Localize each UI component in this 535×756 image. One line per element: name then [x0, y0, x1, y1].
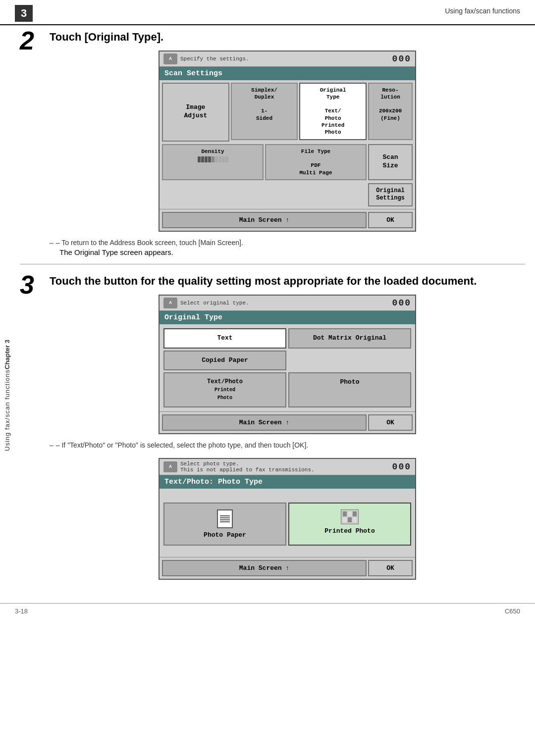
ok-btn[interactable]: OK: [368, 212, 413, 228]
photo-paper-label: Photo Paper: [204, 531, 246, 539]
original-settings-btn[interactable]: OriginalSettings: [368, 183, 413, 206]
step-2-section: 2 Touch [Original Type]. A Specify the s…: [20, 30, 525, 264]
step-2-note1: –– To return to the Address Book screen,…: [50, 238, 525, 248]
photo-main-screen-btn[interactable]: Main Screen ↑: [162, 560, 367, 576]
scan-grid-row2: Density File TypeP: [160, 144, 415, 182]
file-type-btn[interactable]: File TypePDFMulti Page: [265, 144, 367, 180]
step-2-note2: The Original Type screen appears.: [59, 248, 525, 256]
original-type-panel: A Select original type. 000 Original Typ…: [159, 295, 416, 435]
orig-main-screen-btn[interactable]: Main Screen ↑: [162, 414, 367, 431]
photo-type-buttons: Photo Paper Pri: [160, 489, 415, 557]
footer-left: 3-18: [15, 607, 28, 615]
orig-ok-btn[interactable]: OK: [368, 414, 413, 431]
orig-logo: A: [163, 298, 177, 308]
photo-title-bar: Text/Photo: Photo Type: [160, 475, 415, 489]
orig-title-bar: Original Type: [160, 311, 415, 324]
step-3-content: Touch the button for the quality setting…: [50, 274, 525, 586]
section-label: Using fax/scan functions: [3, 369, 11, 451]
page-number: 3: [15, 5, 33, 22]
step-2-title: Touch [Original Type].: [50, 30, 525, 45]
photo-paper-btn[interactable]: Photo Paper: [163, 503, 286, 546]
step-2-number: 2: [20, 28, 50, 256]
step-3-title: Touch the button for the quality setting…: [50, 274, 525, 289]
printed-photo-label: Printed Photo: [324, 527, 374, 535]
printed-photo-icon: [341, 509, 359, 524]
main-content: 2 Touch [Original Type]. A Specify the s…: [20, 25, 525, 593]
scan-panel-header: A Specify the settings. 000: [160, 51, 415, 67]
image-adjust-btn[interactable]: ImageAdjust: [162, 83, 229, 142]
resolution-btn[interactable]: Reso-lution200x200(Fine): [368, 83, 413, 140]
text-photo-btn[interactable]: Text/PhotoPrintedPhoto: [163, 372, 286, 407]
dot-matrix-btn[interactable]: Dot Matrix Original: [288, 328, 411, 349]
step-2-content: Touch [Original Type]. A Specify the set…: [50, 30, 525, 256]
original-type-btn[interactable]: OriginalTypeText/PhotoPrintedPhoto: [299, 83, 367, 140]
chapter-label: Chapter 3: [3, 340, 11, 369]
step-3-number: 3: [20, 272, 50, 586]
page-title: Using fax/scan functions: [445, 5, 520, 15]
orig-type-buttons: Text Dot Matrix Original Copied Paper Te…: [160, 324, 415, 412]
printed-photo-btn[interactable]: Printed Photo: [288, 503, 411, 546]
photo-logo: A: [163, 461, 177, 472]
scan-grid-row3: OriginalSettings: [160, 182, 415, 209]
step-3-note1: –– If "Text/Photo" or "Photo" is selecte…: [50, 440, 525, 451]
sidebar-label: Chapter 3 Using fax/scan functions: [0, 30, 14, 756]
scan-counter: 000: [392, 54, 411, 64]
scan-title-bar: Scan Settings: [160, 67, 415, 80]
empty-cell: [288, 351, 411, 371]
photo-btn[interactable]: Photo: [288, 372, 411, 407]
page-header: 3 Using fax/scan functions: [0, 0, 535, 25]
orig-panel-header: A Select original type. 000: [160, 296, 415, 311]
simplex-duplex-btn[interactable]: Simplex/Duplex1-Sided: [231, 83, 298, 140]
photo-footer: Main Screen ↑ OK: [160, 557, 415, 579]
density-section: Density: [162, 144, 264, 180]
footer-right: C650: [505, 607, 520, 615]
copier-logo: A: [163, 53, 177, 64]
photo-panel-header: A Select photo type. This is not applied…: [160, 459, 415, 475]
orig-footer: Main Screen ↑ OK: [160, 411, 415, 433]
scan-settings-panel: A Specify the settings. 000 Scan Setting…: [159, 50, 416, 232]
photo-type-panel: A Select photo type. This is not applied…: [159, 458, 416, 580]
photo-ok-btn[interactable]: OK: [368, 560, 413, 576]
scan-instruction: Specify the settings.: [180, 56, 249, 62]
photo-instruction-2: This is not applied to fax transmissions…: [180, 467, 315, 473]
page-footer: 3-18 C650: [0, 603, 535, 619]
photo-paper-icon: [217, 509, 233, 528]
photo-instruction-1: Select photo type.: [180, 461, 315, 467]
scan-footer: Main Screen ↑ OK: [160, 209, 415, 231]
copied-paper-btn[interactable]: Copied Paper: [163, 351, 286, 371]
orig-counter: 000: [392, 298, 411, 308]
scan-grid: Simplex/Duplex1-Sided OriginalTypeText/P…: [160, 80, 415, 144]
orig-instruction: Select original type.: [180, 300, 249, 306]
step-3-section: 3 Touch the button for the quality setti…: [20, 274, 525, 593]
photo-counter: 000: [392, 462, 411, 472]
text-btn[interactable]: Text: [163, 328, 286, 349]
main-screen-btn[interactable]: Main Screen ↑: [162, 212, 367, 228]
scan-size-btn[interactable]: ScanSize: [368, 144, 413, 180]
